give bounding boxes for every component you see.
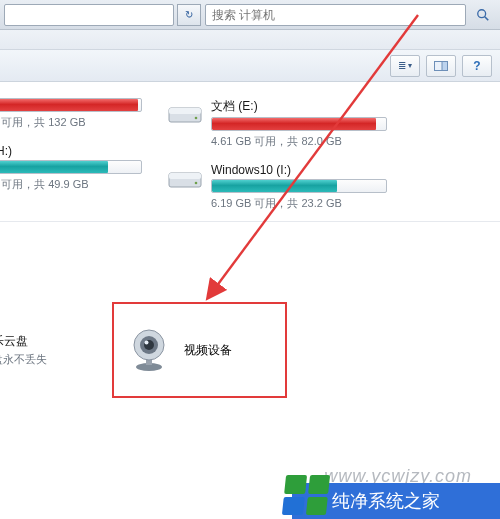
command-bar: ≣ ▾ ? bbox=[0, 50, 500, 82]
drives-section: 3 可用，共 132 GB (H:) 3 可用，共 49.9 GB bbox=[0, 82, 500, 222]
hard-drive-icon bbox=[167, 98, 203, 128]
chevron-down-icon: ▾ bbox=[408, 61, 412, 70]
view-mode-button[interactable]: ≣ ▾ bbox=[390, 55, 420, 77]
drive-usage-bar bbox=[211, 117, 387, 131]
help-button[interactable]: ? bbox=[462, 55, 492, 77]
cloud-disk-item[interactable]: 乐云盘 盘永不丢失 bbox=[0, 333, 112, 367]
hard-drive-icon bbox=[167, 163, 203, 193]
view-list-icon: ≣ bbox=[398, 60, 406, 71]
preview-pane-icon bbox=[434, 61, 448, 71]
drive-usage-text: 3 可用，共 49.9 GB bbox=[0, 177, 142, 192]
preview-pane-button[interactable] bbox=[426, 55, 456, 77]
cloud-disk-subtitle: 盘永不丢失 bbox=[0, 352, 112, 367]
drive-usage-bar bbox=[0, 160, 142, 174]
cloud-disk-title: 乐云盘 bbox=[0, 333, 112, 350]
svg-point-6 bbox=[195, 117, 198, 120]
refresh-button[interactable]: ↻ bbox=[177, 4, 201, 26]
drive-item[interactable]: Windows10 (I:) 6.19 GB 可用，共 23.2 GB bbox=[167, 163, 387, 211]
drive-title: 文档 (E:) bbox=[211, 98, 387, 115]
video-device-item[interactable]: 视频设备 bbox=[112, 302, 287, 398]
drive-usage-text: 6.19 GB 可用，共 23.2 GB bbox=[211, 196, 387, 211]
drive-usage-bar bbox=[211, 179, 387, 193]
footer-brand: 纯净系统之家 bbox=[292, 483, 500, 519]
drive-item[interactable]: 3 可用，共 132 GB bbox=[0, 98, 142, 130]
drive-title: Windows10 (I:) bbox=[211, 163, 387, 177]
drive-item[interactable]: 文档 (E:) 4.61 GB 可用，共 82.0 GB bbox=[167, 98, 387, 149]
menu-bar bbox=[0, 30, 500, 50]
refresh-icon: ↻ bbox=[185, 9, 193, 20]
drive-usage-text: 3 可用，共 132 GB bbox=[0, 115, 142, 130]
svg-point-16 bbox=[145, 341, 149, 345]
address-field[interactable] bbox=[4, 4, 174, 26]
webcam-icon bbox=[126, 327, 172, 373]
explorer-content: 3 可用，共 132 GB (H:) 3 可用，共 49.9 GB bbox=[0, 82, 500, 438]
svg-rect-5 bbox=[169, 108, 201, 114]
svg-line-1 bbox=[485, 16, 489, 20]
footer-brand-text: 纯净系统之家 bbox=[332, 489, 440, 513]
search-icon[interactable] bbox=[470, 4, 496, 26]
drive-title: (H:) bbox=[0, 144, 142, 158]
footer-logo-icon bbox=[282, 475, 330, 515]
drive-usage-text: 4.61 GB 可用，共 82.0 GB bbox=[211, 134, 387, 149]
drive-usage-bar bbox=[0, 98, 142, 112]
video-device-label: 视频设备 bbox=[184, 342, 232, 359]
help-icon: ? bbox=[473, 59, 480, 73]
svg-point-9 bbox=[195, 182, 198, 185]
svg-rect-8 bbox=[169, 173, 201, 179]
search-input[interactable] bbox=[205, 4, 466, 26]
svg-rect-3 bbox=[442, 61, 448, 70]
address-bar: ↻ bbox=[0, 0, 500, 30]
drive-item[interactable]: (H:) 3 可用，共 49.9 GB bbox=[0, 144, 142, 192]
svg-point-0 bbox=[478, 9, 486, 17]
devices-section: 乐云盘 盘永不丢失 视频设备 bbox=[0, 222, 500, 438]
